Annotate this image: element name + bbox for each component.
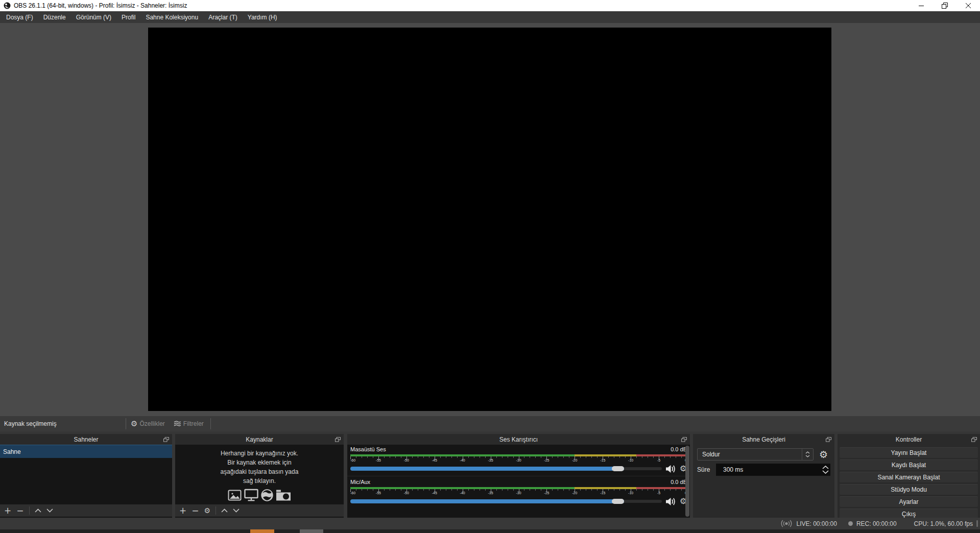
- meter-scale-label: -55: [376, 491, 381, 495]
- start-recording-button[interactable]: Kaydı Başlat: [840, 459, 978, 470]
- dock-popout-icon: [826, 437, 831, 442]
- dock-popout-icon: [163, 437, 169, 442]
- preview-canvas[interactable]: [148, 28, 831, 411]
- sources-empty-message: Herhangi bir kaynağınız yok.Bir kaynak e…: [175, 449, 344, 486]
- transitions-panel-title: Sahne Geçişleri: [742, 436, 785, 443]
- meter-scale-label: -60: [350, 491, 355, 495]
- scrollbar-thumb[interactable]: [685, 446, 689, 517]
- volume-slider[interactable]: [350, 498, 662, 504]
- controls-panel-header[interactable]: Kontroller: [838, 434, 980, 445]
- main-area: [0, 23, 980, 416]
- transitions-panel-header[interactable]: Sahne Geçişleri: [693, 434, 834, 445]
- meter-scale-label: -15: [600, 458, 605, 462]
- meter-scale-label: -20: [572, 491, 577, 495]
- resize-grip[interactable]: [976, 520, 978, 527]
- menu-item-4[interactable]: Sahne Koleksiyonu: [140, 11, 203, 23]
- transition-settings-button[interactable]: ⚙: [817, 448, 830, 461]
- minimize-button[interactable]: [910, 0, 933, 11]
- toolbar-separator: [126, 418, 126, 429]
- meter-scale-label: -5: [657, 458, 660, 462]
- empty-state-line: aşağıdaki tuşlara basın yada: [175, 467, 344, 476]
- meter-scale-label: -35: [488, 491, 493, 495]
- obs-window: { "window": { "title": "OBS 26.1.1 (64-b…: [0, 0, 980, 533]
- duration-spinbox[interactable]: 300 ms: [716, 464, 830, 476]
- add-scene-button[interactable]: +: [4, 506, 11, 515]
- transitions-panel: Sahne Geçişleri Soldur ⚙ Süre: [693, 434, 834, 518]
- start-streaming-button[interactable]: Yayını Başlat: [840, 447, 978, 458]
- menu-item-6[interactable]: Yardım (H): [243, 11, 282, 23]
- mixer-channel: Masaüstü Ses 0.0 dB -60-55-50-45-40-35-3…: [347, 445, 690, 476]
- close-button[interactable]: [957, 0, 980, 11]
- window-title: OBS 26.1.1 (64-bit, windows) - Profil: İ…: [14, 2, 187, 9]
- toolbar-separator: [29, 506, 30, 515]
- rec-time: REC: 00:00:00: [856, 520, 897, 527]
- mixer-channel-level: 0.0 dB: [671, 446, 687, 453]
- taskbar-app-gray[interactable]: [300, 529, 323, 533]
- globe-icon: [261, 489, 273, 501]
- mixer-body: Masaüstü Ses 0.0 dB -60-55-50-45-40-35-3…: [347, 445, 690, 518]
- display-icon: [244, 489, 258, 501]
- gear-icon: ⚙: [131, 419, 137, 428]
- source-properties-button[interactable]: ⚙: [204, 507, 211, 514]
- menu-bar: Dosya (F)DüzenleGörünüm (V)ProfilSahne K…: [0, 11, 980, 23]
- settings-button[interactable]: Ayarlar: [840, 496, 978, 507]
- dock-area: Sahneler Sahne + − Kaynaklar: [0, 434, 980, 518]
- meter-scale-label: -60: [350, 458, 355, 462]
- meter-scale-label: -15: [600, 491, 605, 495]
- meter-scale-label: -40: [460, 491, 465, 495]
- exit-button[interactable]: Çıkış: [840, 508, 978, 518]
- empty-state-line: sağ tıklayın.: [175, 476, 344, 486]
- start-virtual-camera-button[interactable]: Sanal Kamerayı Başlat: [840, 472, 978, 482]
- remove-source-button[interactable]: −: [192, 506, 199, 515]
- meter-scale-label: -25: [544, 491, 549, 495]
- scene-item[interactable]: Sahne: [0, 445, 172, 458]
- mixer-panel-title: Ses Karıştırıcı: [499, 436, 538, 443]
- add-source-button[interactable]: +: [179, 506, 186, 515]
- scenes-panel-header[interactable]: Sahneler: [0, 434, 172, 445]
- dock-popout-icon: [335, 437, 341, 442]
- remove-scene-button[interactable]: −: [16, 506, 23, 515]
- live-time: LIVE: 00:00:00: [796, 520, 836, 527]
- sources-toolbar: + − ⚙: [175, 504, 344, 517]
- menu-item-3[interactable]: Profil: [116, 11, 140, 23]
- move-scene-up-button[interactable]: [35, 508, 41, 513]
- camera-icon: [276, 489, 291, 501]
- transition-select[interactable]: Soldur: [697, 448, 814, 461]
- sources-panel-header[interactable]: Kaynaklar: [175, 434, 344, 445]
- move-source-down-button[interactable]: [233, 508, 240, 513]
- move-scene-down-button[interactable]: [46, 508, 53, 513]
- image-icon: [228, 489, 242, 501]
- menu-item-0[interactable]: Dosya (F): [1, 11, 38, 23]
- studio-mode-button[interactable]: Stüdyo Modu: [840, 484, 978, 495]
- speaker-icon[interactable]: [665, 497, 676, 506]
- transition-selected-value: Soldur: [698, 451, 802, 458]
- source-status-label: Kaynak seçilmemiş: [0, 420, 126, 427]
- duration-increase-button[interactable]: [822, 466, 829, 469]
- filters-button[interactable]: Filtreler: [174, 420, 204, 427]
- speaker-icon[interactable]: [665, 465, 676, 473]
- mixer-channel: Mic/Aux 0.0 dB -60-55-50-45-40-35-30-25-…: [347, 476, 690, 508]
- move-source-up-button[interactable]: [221, 508, 228, 513]
- mixer-scrollbar[interactable]: [685, 446, 689, 517]
- menu-item-1[interactable]: Düzenle: [38, 11, 71, 23]
- properties-button[interactable]: ⚙ Özellikler: [131, 419, 165, 428]
- toolbar-separator: [216, 506, 216, 515]
- duration-decrease-button[interactable]: [822, 470, 829, 474]
- empty-state-line: Herhangi bir kaynağınız yok.: [175, 449, 344, 458]
- menu-item-2[interactable]: Görünüm (V): [71, 11, 116, 23]
- volume-slider-handle[interactable]: [612, 499, 624, 504]
- mixer-panel-header[interactable]: Ses Karıştırıcı: [347, 434, 690, 445]
- empty-state-line: Bir kaynak eklemek için: [175, 458, 344, 467]
- restore-button[interactable]: [933, 0, 957, 11]
- menu-item-5[interactable]: Araçlar (T): [203, 11, 243, 23]
- title-bar[interactable]: OBS 26.1.1 (64-bit, windows) - Profil: İ…: [0, 0, 980, 11]
- sources-empty-icons: [175, 489, 344, 501]
- scenes-panel: Sahneler Sahne + −: [0, 434, 172, 518]
- taskbar-app-orange[interactable]: [250, 529, 274, 533]
- obs-logo-icon: [4, 2, 11, 9]
- controls-body: Yayını BaşlatKaydı BaşlatSanal Kamerayı …: [838, 445, 980, 518]
- filters-label: Filtreler: [183, 420, 204, 427]
- volume-slider-handle[interactable]: [612, 466, 624, 471]
- meter-scale-label: -50: [404, 491, 409, 495]
- volume-slider[interactable]: [350, 466, 662, 472]
